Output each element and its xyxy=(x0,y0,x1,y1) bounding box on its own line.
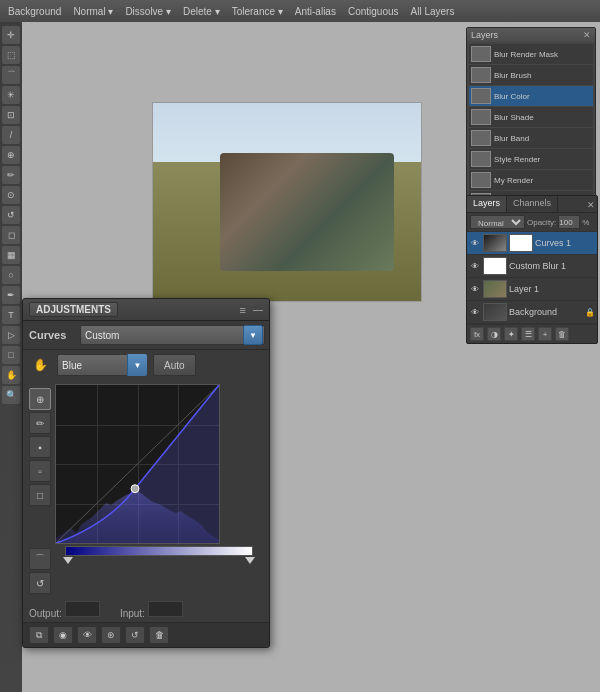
curves-layer-name: Curves 1 xyxy=(535,238,595,248)
delete-adj-btn[interactable]: 🗑 xyxy=(149,626,169,644)
eye-icon-customblur[interactable]: 👁 xyxy=(469,260,481,272)
output-value[interactable] xyxy=(65,601,100,617)
delete-layer-button[interactable]: 🗑 xyxy=(555,327,569,341)
layer-item[interactable]: Blur Shade xyxy=(469,107,593,127)
layer-item[interactable]: My Render xyxy=(469,170,593,190)
preset-arrow[interactable]: ▼ xyxy=(243,325,263,345)
dodge-tool[interactable]: ○ xyxy=(2,266,20,284)
sample-highlight[interactable]: □ xyxy=(29,484,51,506)
draw-tool[interactable]: ✏ xyxy=(29,412,51,434)
preset-select[interactable]: Custom Default Strong Contrast xyxy=(80,325,265,345)
layers-panel-top: Layers ✕ Blur Render Mask Blur Brush Blu… xyxy=(466,27,596,215)
layers-tabs: Layers Channels ✕ xyxy=(467,196,597,213)
gradient-tool[interactable]: ▦ xyxy=(2,246,20,264)
adj-header: ADJUSTMENTS ≡ — xyxy=(23,299,269,321)
layer-item-active[interactable]: Blur Color xyxy=(469,86,593,106)
layer-name: Style Render xyxy=(494,155,540,164)
stamp-tool[interactable]: ⊙ xyxy=(2,186,20,204)
zoom-tool[interactable]: 🔍 xyxy=(2,386,20,404)
layer-entry-curves[interactable]: 👁 Curves 1 xyxy=(467,232,597,255)
toolbar-tolerance[interactable]: Tolerance ▾ xyxy=(228,5,287,18)
visibility-btn[interactable]: 👁 xyxy=(77,626,97,644)
auto-button[interactable]: Auto xyxy=(153,354,196,376)
adj-left-tools: ⊕ ✏ ▪ ▫ □ ⌒ ↺ xyxy=(29,384,51,594)
previous-state-btn[interactable]: ◉ xyxy=(53,626,73,644)
pen-tool[interactable]: ✒ xyxy=(2,286,20,304)
selection-tool[interactable]: ⬚ xyxy=(2,46,20,64)
layer-name: Blur Render Mask xyxy=(494,50,558,59)
layer-item[interactable]: Blur Brush xyxy=(469,65,593,85)
sample-midtone[interactable]: ▫ xyxy=(29,460,51,482)
curves-graph[interactable] xyxy=(55,384,220,544)
layer-name: Blur Shade xyxy=(494,113,534,122)
new-layer-button[interactable]: + xyxy=(538,327,552,341)
layer-entry-background[interactable]: 👁 Background 🔒 xyxy=(467,301,597,324)
toolbar-delete[interactable]: Delete ▾ xyxy=(179,5,224,18)
curve-pencil-tool[interactable]: ↺ xyxy=(29,572,51,594)
hand-cursor-tool[interactable]: ✋ xyxy=(29,354,51,376)
sample-shadow[interactable]: ▪ xyxy=(29,436,51,458)
brush-tool[interactable]: ✏ xyxy=(2,166,20,184)
left-tools-panel: ✛ ⬚ ⌒ ✳ ⊡ / ⊕ ✏ ⊙ ↺ ◻ ▦ ○ ✒ T ▷ □ ✋ 🔍 xyxy=(0,22,22,692)
eyedropper-tool[interactable]: / xyxy=(2,126,20,144)
gradient-bar-bottom xyxy=(55,546,263,556)
tab-channels[interactable]: Channels xyxy=(507,196,558,212)
path-tool[interactable]: ▷ xyxy=(2,326,20,344)
magic-wand-tool[interactable]: ✳ xyxy=(2,86,20,104)
point-tool[interactable]: ⊕ xyxy=(29,388,51,410)
output-input-row: Output: Input: xyxy=(23,598,269,622)
opacity-label: Opacity: xyxy=(527,218,556,227)
move-tool[interactable]: ✛ xyxy=(2,26,20,44)
layer-entry-layer1[interactable]: 👁 Layer 1 xyxy=(467,278,597,301)
clip-to-layer-btn[interactable]: ⧉ xyxy=(29,626,49,644)
input-value[interactable] xyxy=(148,601,183,617)
gradient-bar xyxy=(65,546,253,556)
blend-mode-select[interactable]: Normal xyxy=(470,215,525,229)
group-button[interactable]: ☰ xyxy=(521,327,535,341)
hand-tool[interactable]: ✋ xyxy=(2,366,20,384)
eye-icon-background[interactable]: 👁 xyxy=(469,306,481,318)
channel-arrow[interactable]: ▼ xyxy=(127,354,147,376)
toolbar-all-layers[interactable]: All Layers xyxy=(407,5,459,18)
adj-close-icon[interactable]: — xyxy=(253,304,263,316)
gradient-triangles xyxy=(55,557,263,564)
fx-button[interactable]: fx xyxy=(470,327,484,341)
toolbar-background[interactable]: Background xyxy=(4,5,65,18)
view-btn[interactable]: ⊛ xyxy=(101,626,121,644)
reset-btn[interactable]: ↺ xyxy=(125,626,145,644)
triangle-right[interactable] xyxy=(245,557,255,564)
curve-smooth-tool[interactable]: ⌒ xyxy=(29,548,51,570)
tab-layers[interactable]: Layers xyxy=(467,196,507,212)
channel-select-wrap: Blue RGB Red Green ▼ xyxy=(57,354,147,376)
eye-icon-layer1[interactable]: 👁 xyxy=(469,283,481,295)
lasso-tool[interactable]: ⌒ xyxy=(2,66,20,84)
curve-svg xyxy=(56,385,219,543)
toolbar-normal[interactable]: Normal ▾ xyxy=(69,5,117,18)
crop-tool[interactable]: ⊡ xyxy=(2,106,20,124)
opacity-input[interactable] xyxy=(558,215,580,229)
toolbar-dissolve[interactable]: Dissolve ▾ xyxy=(121,5,175,18)
eraser-tool[interactable]: ◻ xyxy=(2,226,20,244)
layer-name: Blur Brush xyxy=(494,71,531,80)
adjustment-button[interactable]: ✦ xyxy=(504,327,518,341)
customblur-thumb xyxy=(483,257,507,275)
layers-top-close[interactable]: ✕ xyxy=(583,30,591,40)
healing-tool[interactable]: ⊕ xyxy=(2,146,20,164)
adj-menu-icon[interactable]: ≡ xyxy=(240,304,246,316)
layer-item[interactable]: Style Render xyxy=(469,149,593,169)
layers-panel-close[interactable]: ✕ xyxy=(587,200,595,210)
text-tool[interactable]: T xyxy=(2,306,20,324)
layers-top-title: Layers xyxy=(471,30,498,40)
triangle-left[interactable] xyxy=(63,557,73,564)
photo-frame xyxy=(152,102,422,302)
shape-tool[interactable]: □ xyxy=(2,346,20,364)
layer-entry-customblur[interactable]: 👁 Custom Blur 1 xyxy=(467,255,597,278)
mask-button[interactable]: ◑ xyxy=(487,327,501,341)
layer-item[interactable]: Blur Render Mask xyxy=(469,44,593,64)
toolbar-anti-alias[interactable]: Anti-alias xyxy=(291,5,340,18)
eye-icon-curves[interactable]: 👁 xyxy=(469,237,481,249)
history-brush[interactable]: ↺ xyxy=(2,206,20,224)
layer-item[interactable]: Blur Band xyxy=(469,128,593,148)
layer1-thumb xyxy=(483,280,507,298)
toolbar-contiguous[interactable]: Contiguous xyxy=(344,5,403,18)
